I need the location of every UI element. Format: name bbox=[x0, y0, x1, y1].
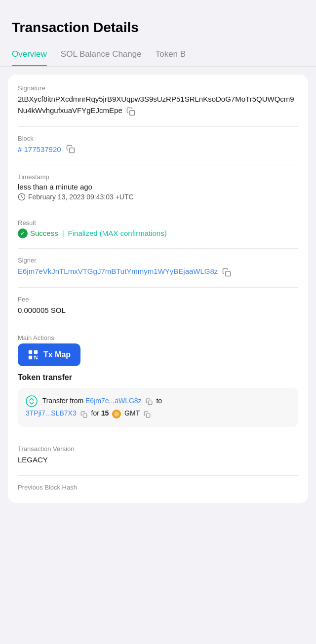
svg-rect-6 bbox=[29, 356, 32, 359]
timestamp-field: Timestamp less than a minute ago Februar… bbox=[18, 173, 298, 201]
svg-rect-13 bbox=[83, 414, 87, 417]
tab-token[interactable]: Token B bbox=[156, 43, 186, 66]
signer-label: Signer bbox=[18, 257, 298, 264]
svg-rect-0 bbox=[130, 110, 135, 115]
to-address[interactable]: 3TPji7...SLB7X3 bbox=[26, 409, 77, 417]
svg-rect-3 bbox=[225, 271, 230, 276]
signer-value: E6jm7eVkJnTLmxVTGgJ7mBTutYmmym1WYyBEjaaW… bbox=[18, 266, 298, 277]
result-row: ✓ Success | Finalized (MAX confirmations… bbox=[18, 228, 298, 238]
tx-version-label: Transaction Version bbox=[18, 445, 298, 453]
token-copy-button[interactable] bbox=[144, 410, 153, 418]
from-copy-button[interactable] bbox=[146, 397, 155, 406]
to-label: to bbox=[156, 397, 162, 405]
main-actions-field: Main Actions Tx Map Token transfer bbox=[18, 334, 298, 426]
svg-rect-1 bbox=[69, 148, 74, 152]
copy-icon bbox=[66, 145, 75, 153]
tx-version-field: Transaction Version LEGACY bbox=[18, 445, 298, 466]
signature-label: Signature bbox=[18, 84, 298, 92]
signature-field: Signature 2tBXycf8itnPXcdmnrRqy5jrB9XUqp… bbox=[18, 84, 298, 116]
token-transfer-label: Token transfer bbox=[18, 373, 298, 382]
finalized-text: Finalized (MAX confirmations) bbox=[68, 229, 167, 237]
transfer-row-2: 3TPji7...SLB7X3 for 15 GMT bbox=[26, 407, 290, 419]
timestamp-absolute: February 13, 2023 09:43:03 +UTC bbox=[18, 193, 298, 201]
svg-rect-10 bbox=[36, 358, 38, 360]
content-card: Signature 2tBXycf8itnPXcdmnrRqy5jrB9XUqp… bbox=[8, 75, 308, 503]
transfer-amount: 15 bbox=[101, 409, 109, 417]
copy-icon bbox=[126, 107, 135, 116]
token-name: GMT bbox=[124, 409, 140, 417]
transfer-card: Transfer from E6jm7e...aWLG8z to 3TPji7.… bbox=[18, 388, 298, 426]
gmt-coin-icon bbox=[112, 410, 121, 418]
fee-label: Fee bbox=[18, 296, 298, 303]
from-address[interactable]: E6jm7e...aWLG8z bbox=[85, 397, 142, 405]
copy-icon bbox=[222, 268, 231, 277]
transfer-from-label: Transfer from bbox=[42, 397, 84, 405]
copy-icon bbox=[144, 411, 151, 418]
block-label: Block bbox=[18, 135, 298, 142]
page-header: Transaction Details bbox=[0, 0, 316, 43]
clock-icon bbox=[18, 193, 26, 201]
prev-block-hash-field: Previous Block Hash bbox=[18, 484, 298, 491]
tabs-bar: Overview SOL Balance Change Token B bbox=[0, 43, 316, 67]
result-pipe: | bbox=[62, 229, 64, 237]
svg-rect-14 bbox=[146, 414, 150, 417]
token-transfer-section: Token transfer Transfer from E6jm7e...aW… bbox=[18, 373, 298, 426]
result-field: Result ✓ Success | Finalized (MAX confir… bbox=[18, 219, 298, 238]
timestamp-relative: less than a minute ago bbox=[18, 183, 298, 191]
svg-rect-7 bbox=[34, 356, 36, 358]
tab-sol-balance[interactable]: SOL Balance Change bbox=[61, 43, 142, 66]
signature-copy-button[interactable] bbox=[126, 106, 137, 116]
result-label: Result bbox=[18, 219, 298, 227]
fee-field: Fee 0.000005 SOL bbox=[18, 296, 298, 316]
signer-field: Signer E6jm7eVkJnTLmxVTGgJ7mBTutYmmym1WY… bbox=[18, 257, 298, 277]
svg-rect-4 bbox=[29, 350, 32, 354]
main-actions-label: Main Actions bbox=[18, 334, 298, 341]
svg-rect-12 bbox=[148, 401, 152, 405]
block-value: # 177537920 bbox=[18, 144, 298, 155]
prev-block-hash-label: Previous Block Hash bbox=[18, 484, 298, 491]
tx-version-value: LEGACY bbox=[18, 455, 298, 466]
signature-value: 2tBXycf8itnPXcdmnrRqy5jrB9XUqpw3S9sUzRP5… bbox=[18, 94, 298, 116]
block-copy-button[interactable] bbox=[66, 144, 77, 155]
svg-rect-9 bbox=[34, 358, 35, 359]
fee-value: 0.000005 SOL bbox=[18, 305, 298, 316]
transfer-arrows-icon bbox=[26, 395, 38, 407]
success-icon: ✓ bbox=[18, 228, 28, 238]
tx-map-icon bbox=[28, 349, 39, 360]
svg-rect-8 bbox=[37, 356, 38, 357]
svg-rect-5 bbox=[34, 350, 38, 354]
tx-map-button[interactable]: Tx Map bbox=[18, 343, 80, 366]
svg-point-11 bbox=[26, 396, 37, 407]
copy-icon bbox=[80, 411, 87, 418]
transfer-row: Transfer from E6jm7e...aWLG8z to bbox=[26, 395, 290, 407]
for-label: for bbox=[91, 409, 99, 417]
tab-overview[interactable]: Overview bbox=[12, 43, 47, 66]
to-copy-button[interactable] bbox=[80, 410, 89, 418]
signer-copy-button[interactable] bbox=[222, 266, 233, 277]
success-badge: ✓ Success bbox=[18, 228, 58, 238]
timestamp-label: Timestamp bbox=[18, 173, 298, 181]
block-field: Block # 177537920 bbox=[18, 135, 298, 155]
copy-icon bbox=[146, 398, 153, 405]
page-title: Transaction Details bbox=[12, 20, 304, 36]
